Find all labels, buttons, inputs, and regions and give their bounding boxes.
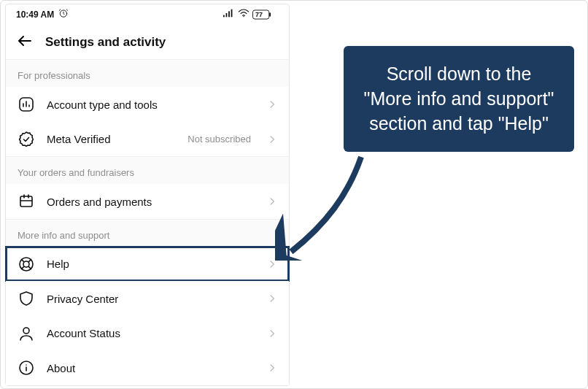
row-account-type-tools[interactable]: Account type and tools bbox=[6, 87, 289, 122]
person-icon bbox=[18, 325, 35, 342]
orders-icon bbox=[18, 193, 35, 210]
svg-rect-4 bbox=[231, 9, 233, 18]
row-about[interactable]: About bbox=[6, 350, 289, 385]
svg-point-11 bbox=[23, 261, 29, 267]
row-meta-verified[interactable]: Meta Verified Not subscribed bbox=[6, 122, 289, 157]
row-label: Privacy Center bbox=[47, 293, 255, 305]
status-time: 10:49 AM bbox=[16, 9, 54, 20]
row-label: About bbox=[47, 362, 255, 374]
svg-rect-9 bbox=[20, 196, 32, 207]
chevron-right-icon bbox=[267, 293, 277, 304]
row-secondary: Not subscribed bbox=[187, 134, 251, 145]
row-label: Meta Verified bbox=[47, 133, 176, 145]
row-account-status[interactable]: Account Status bbox=[6, 316, 289, 351]
signal-icon bbox=[223, 9, 235, 20]
svg-point-12 bbox=[23, 328, 29, 334]
svg-rect-1 bbox=[223, 15, 225, 18]
verified-badge-icon bbox=[18, 131, 35, 148]
chevron-right-icon bbox=[267, 363, 277, 373]
chevron-right-icon bbox=[267, 134, 277, 145]
annotation-callout: Scroll down to the "More info and suppor… bbox=[344, 46, 574, 152]
annotation-text: Scroll down to the "More info and suppor… bbox=[364, 63, 554, 134]
info-icon bbox=[18, 359, 35, 377]
row-privacy-center[interactable]: Privacy Center bbox=[6, 281, 289, 316]
back-icon[interactable] bbox=[16, 32, 34, 53]
status-bar: 10:49 AM 77 bbox=[6, 4, 289, 25]
row-help[interactable]: Help bbox=[6, 247, 289, 282]
chevron-right-icon bbox=[267, 328, 277, 339]
battery-icon: 77 bbox=[252, 9, 279, 20]
svg-point-5 bbox=[243, 16, 244, 17]
page-header: Settings and activity bbox=[6, 25, 289, 60]
section-label-support: More info and support bbox=[6, 219, 289, 247]
svg-rect-2 bbox=[226, 13, 228, 17]
phone-frame: 10:49 AM 77 Settings and activity For pr… bbox=[5, 4, 290, 386]
page-title: Settings and activity bbox=[45, 35, 166, 50]
bar-chart-icon bbox=[18, 96, 35, 113]
alarm-icon bbox=[58, 8, 69, 20]
section-label-orders: Your orders and fundraisers bbox=[6, 156, 289, 184]
chevron-right-icon bbox=[267, 99, 277, 109]
svg-rect-3 bbox=[228, 12, 230, 18]
chevron-right-icon bbox=[267, 196, 277, 207]
battery-percent: 77 bbox=[255, 11, 263, 18]
shield-icon bbox=[18, 290, 35, 307]
row-orders-payments[interactable]: Orders and payments bbox=[6, 184, 289, 219]
svg-rect-7 bbox=[269, 12, 271, 17]
chevron-right-icon bbox=[267, 259, 277, 269]
lifebuoy-icon bbox=[18, 255, 35, 273]
row-label: Account Status bbox=[47, 327, 255, 339]
section-label-professionals: For professionals bbox=[6, 59, 289, 87]
row-label: Account type and tools bbox=[47, 99, 255, 111]
row-label: Help bbox=[47, 258, 255, 270]
wifi-icon bbox=[238, 9, 249, 20]
row-label: Orders and payments bbox=[47, 196, 255, 208]
